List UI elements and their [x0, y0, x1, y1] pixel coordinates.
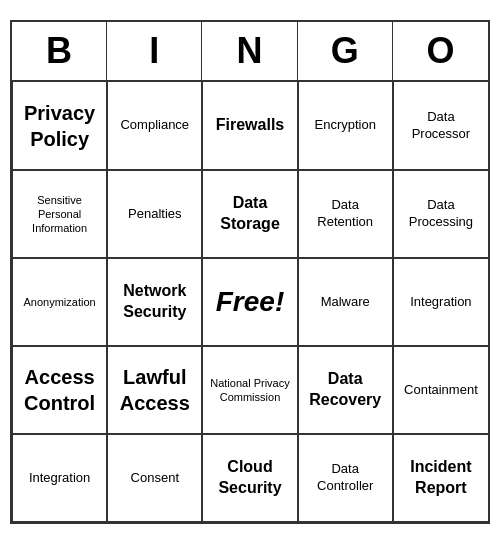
cell-text-8: Data Retention [303, 197, 388, 231]
bingo-header: BINGO [12, 22, 488, 82]
bingo-cell-15: Access Control [12, 346, 107, 434]
cell-text-4: Data Processor [398, 109, 484, 143]
bingo-cell-12: Free! [202, 258, 297, 346]
cell-text-9: Data Processing [398, 197, 484, 231]
bingo-cell-7: Data Storage [202, 170, 297, 258]
bingo-cell-4: Data Processor [393, 82, 488, 170]
bingo-cell-3: Encryption [298, 82, 393, 170]
cell-text-14: Integration [410, 294, 471, 311]
cell-text-2: Firewalls [216, 115, 284, 136]
bingo-cell-9: Data Processing [393, 170, 488, 258]
bingo-cell-8: Data Retention [298, 170, 393, 258]
bingo-cell-2: Firewalls [202, 82, 297, 170]
cell-text-3: Encryption [314, 117, 375, 134]
bingo-cell-16: Lawful Access [107, 346, 202, 434]
header-letter-b: B [12, 22, 107, 80]
cell-text-18: Data Recovery [303, 369, 388, 411]
bingo-card: BINGO Privacy PolicyComplianceFirewallsE… [10, 20, 490, 524]
bingo-cell-17: National Privacy Commission [202, 346, 297, 434]
bingo-cell-10: Anonymization [12, 258, 107, 346]
bingo-cell-13: Malware [298, 258, 393, 346]
bingo-cell-20: Integration [12, 434, 107, 522]
bingo-cell-19: Containment [393, 346, 488, 434]
bingo-cell-6: Penalties [107, 170, 202, 258]
bingo-cell-11: Network Security [107, 258, 202, 346]
header-letter-i: I [107, 22, 202, 80]
header-letter-g: G [298, 22, 393, 80]
cell-text-0: Privacy Policy [17, 100, 102, 152]
bingo-cell-22: Cloud Security [202, 434, 297, 522]
cell-text-13: Malware [321, 294, 370, 311]
bingo-cell-23: Data Controller [298, 434, 393, 522]
cell-text-1: Compliance [120, 117, 189, 134]
header-letter-o: O [393, 22, 488, 80]
bingo-cell-24: Incident Report [393, 434, 488, 522]
cell-text-24: Incident Report [398, 457, 484, 499]
cell-text-5: Sensitive Personal Information [17, 193, 102, 236]
cell-text-19: Containment [404, 382, 478, 399]
cell-text-17: National Privacy Commission [207, 376, 292, 405]
bingo-cell-5: Sensitive Personal Information [12, 170, 107, 258]
cell-text-7: Data Storage [207, 193, 292, 235]
bingo-cell-1: Compliance [107, 82, 202, 170]
cell-text-21: Consent [131, 470, 179, 487]
bingo-cell-0: Privacy Policy [12, 82, 107, 170]
cell-text-16: Lawful Access [112, 364, 197, 416]
header-letter-n: N [202, 22, 297, 80]
cell-text-10: Anonymization [24, 295, 96, 309]
bingo-cell-21: Consent [107, 434, 202, 522]
bingo-cell-14: Integration [393, 258, 488, 346]
cell-text-22: Cloud Security [207, 457, 292, 499]
bingo-grid: Privacy PolicyComplianceFirewallsEncrypt… [12, 82, 488, 522]
cell-text-11: Network Security [112, 281, 197, 323]
bingo-cell-18: Data Recovery [298, 346, 393, 434]
cell-text-20: Integration [29, 470, 90, 487]
cell-text-23: Data Controller [303, 461, 388, 495]
cell-text-6: Penalties [128, 206, 181, 223]
cell-text-15: Access Control [17, 364, 102, 416]
cell-text-12: Free! [216, 284, 284, 320]
